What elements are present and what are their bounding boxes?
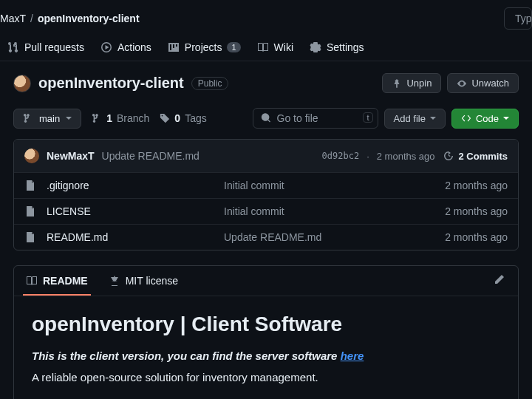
file-row[interactable]: .gitignoreInitial commit2 months ago [14, 173, 518, 198]
pull-request-icon [7, 41, 19, 53]
code-icon [461, 113, 471, 123]
chevron-down-icon [503, 117, 509, 120]
edit-readme-button[interactable] [488, 270, 509, 293]
file-icon [24, 180, 38, 191]
code-button[interactable]: Code [451, 109, 519, 129]
tab-actions[interactable]: Actions [100, 41, 151, 53]
file-commit-msg[interactable]: Initial commit [224, 180, 445, 191]
tags-count: 0 [174, 112, 180, 124]
code-label: Code [476, 113, 499, 124]
go-to-file-placeholder: Go to file [277, 112, 318, 124]
book-icon [26, 275, 38, 287]
file-commit-msg[interactable]: Initial commit [224, 205, 445, 217]
pin-icon [392, 78, 402, 89]
tab-wiki-label: Wiki [274, 41, 293, 53]
readme-tab-label: README [43, 275, 88, 287]
branch-select[interactable]: main [13, 109, 81, 129]
file-icon [24, 231, 38, 243]
commits-count: 2 Commits [459, 151, 508, 162]
visibility-badge: Public [191, 77, 229, 90]
license-tab[interactable]: MIT license [106, 266, 181, 296]
global-search[interactable]: Typ [504, 7, 532, 30]
tags-link[interactable]: 0 Tags [160, 112, 206, 124]
commit-author[interactable]: NewMaxT [47, 150, 95, 162]
unwatch-button[interactable]: Unwatch [447, 73, 519, 93]
commit-message[interactable]: Update README.md [102, 150, 200, 162]
readme-sub-text: This is the client version, you can find… [32, 349, 341, 362]
chevron-down-icon [66, 117, 72, 120]
add-file-label: Add file [394, 113, 426, 124]
unpin-label: Unpin [406, 78, 432, 89]
file-row[interactable]: LICENSEInitial commit2 months ago [14, 198, 518, 224]
license-tab-label: MIT license [126, 275, 178, 287]
go-to-file-input[interactable]: Go to file t [253, 108, 378, 129]
tab-settings-label: Settings [327, 41, 364, 53]
eye-icon [457, 78, 467, 89]
project-icon [168, 41, 180, 53]
branch-icon [23, 113, 33, 123]
commit-dot: · [366, 151, 369, 162]
history-icon [443, 150, 454, 162]
tab-pull-requests[interactable]: Pull requests [7, 41, 84, 53]
tab-projects-label: Projects [185, 41, 222, 53]
branches-label: Branch [117, 112, 149, 124]
breadcrumb-repo[interactable]: openInventory-client [38, 13, 140, 24]
file-icon [24, 205, 38, 217]
play-circle-icon [100, 41, 112, 53]
readme-tab[interactable]: README [23, 266, 91, 296]
file-age: 2 months ago [445, 205, 508, 217]
commits-link[interactable]: 2 Commits [443, 150, 508, 162]
unwatch-label: Unwatch [471, 78, 509, 89]
tab-pulls-label: Pull requests [24, 41, 84, 53]
branch-icon [92, 113, 102, 123]
readme-paragraph: A reliable open-source solution for inve… [32, 371, 500, 383]
add-file-button[interactable]: Add file [384, 109, 446, 129]
breadcrumb-sep: / [30, 13, 33, 24]
projects-count: 1 [227, 42, 240, 52]
file-name[interactable]: README.md [47, 231, 224, 243]
file-commit-msg[interactable]: Update README.md [224, 231, 445, 243]
file-age: 2 months ago [445, 180, 508, 191]
tab-actions-label: Actions [117, 41, 151, 53]
search-placeholder: Typ [515, 13, 532, 24]
file-name[interactable]: LICENSE [47, 205, 224, 217]
tab-settings[interactable]: Settings [310, 41, 364, 53]
readme-subtitle: This is the client version, you can find… [32, 349, 500, 362]
kbd-hint: t [363, 112, 372, 123]
owner-avatar[interactable] [13, 75, 31, 92]
tab-projects[interactable]: Projects 1 [168, 41, 241, 53]
search-icon [261, 113, 271, 123]
tag-icon [160, 113, 170, 123]
tab-wiki[interactable]: Wiki [257, 41, 293, 53]
repo-title[interactable]: openInventory-client [38, 75, 184, 92]
chevron-down-icon [430, 117, 436, 120]
file-age: 2 months ago [445, 231, 508, 243]
book-icon [257, 41, 269, 53]
file-row[interactable]: README.mdUpdate README.md2 months ago [14, 224, 518, 250]
commit-author-avatar[interactable] [24, 149, 39, 163]
commit-age: 2 months ago [377, 151, 435, 162]
pencil-icon [493, 274, 505, 286]
law-icon [109, 275, 120, 287]
breadcrumb-owner[interactable]: MaxT [0, 13, 26, 24]
tags-label: Tags [185, 112, 207, 124]
commit-sha[interactable]: 0d92bc2 [322, 151, 360, 161]
gear-icon [310, 41, 321, 53]
unpin-button[interactable]: Unpin [382, 73, 441, 93]
file-name[interactable]: .gitignore [47, 180, 224, 191]
branch-name: main [39, 113, 60, 124]
branches-count: 1 [106, 112, 112, 124]
readme-heading: openInventory | Client Software [32, 313, 500, 336]
server-link[interactable]: here [341, 349, 364, 362]
branches-link[interactable]: 1 Branch [92, 112, 149, 124]
